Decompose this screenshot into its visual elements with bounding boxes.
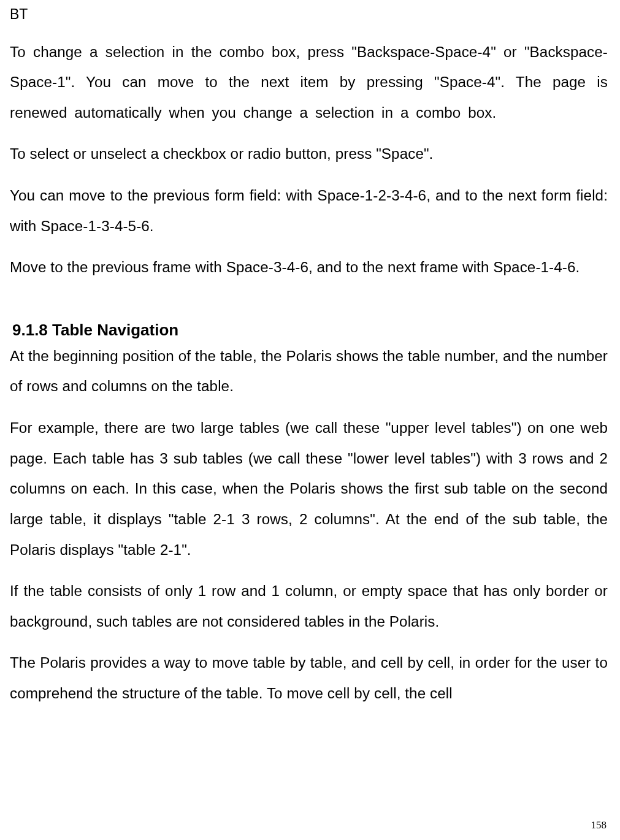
section-heading-9-1-8: 9.1.8 Table Navigation: [12, 321, 608, 340]
paragraph-6: For example, there are two large tables …: [10, 413, 608, 565]
paragraph-8: The Polaris provides a way to move table…: [10, 647, 608, 708]
document-page: BT To change a selection in the combo bo…: [0, 0, 620, 840]
paragraph-1: To change a selection in the combo box, …: [10, 37, 608, 128]
paragraph-5: At the beginning position of the table, …: [10, 341, 608, 402]
paragraph-7: If the table consists of only 1 row and …: [10, 576, 608, 636]
header-label: BT: [10, 6, 608, 23]
paragraph-2: To select or unselect a checkbox or radi…: [10, 139, 608, 169]
paragraph-4: Move to the previous frame with Space-3-…: [10, 252, 608, 283]
page-number: 158: [591, 819, 607, 831]
paragraph-3: You can move to the previous form field:…: [10, 180, 608, 241]
